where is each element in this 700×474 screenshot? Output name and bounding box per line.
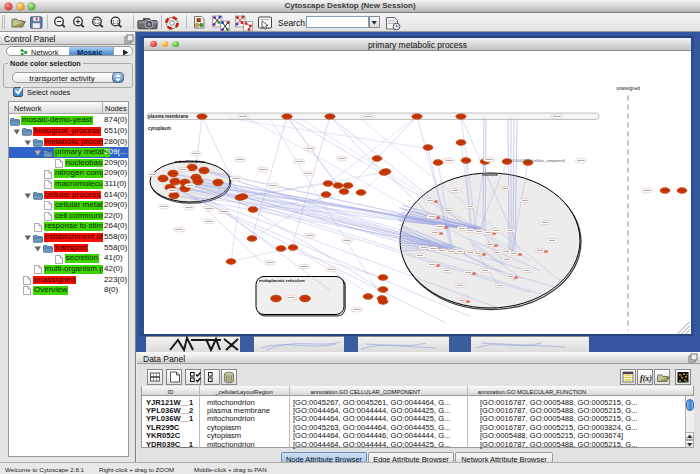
svg-text:plasma membrane: plasma membrane — [148, 113, 189, 118]
svg-text:mitochondrion: mitochondrion — [175, 159, 206, 164]
svg-text:unassigned: unassigned — [616, 85, 640, 90]
svg-text:GO:0044464=[cellular_component: GO:0044464=[cellular_component] — [509, 158, 565, 162]
svg-text:cytoplasm: cytoplasm — [148, 126, 171, 131]
svg-text:f(x): f(x) — [640, 374, 652, 383]
svg-text:endoplasmic reticulum: endoplasmic reticulum — [259, 278, 305, 283]
svg-text:nucleus: nucleus — [482, 171, 498, 176]
